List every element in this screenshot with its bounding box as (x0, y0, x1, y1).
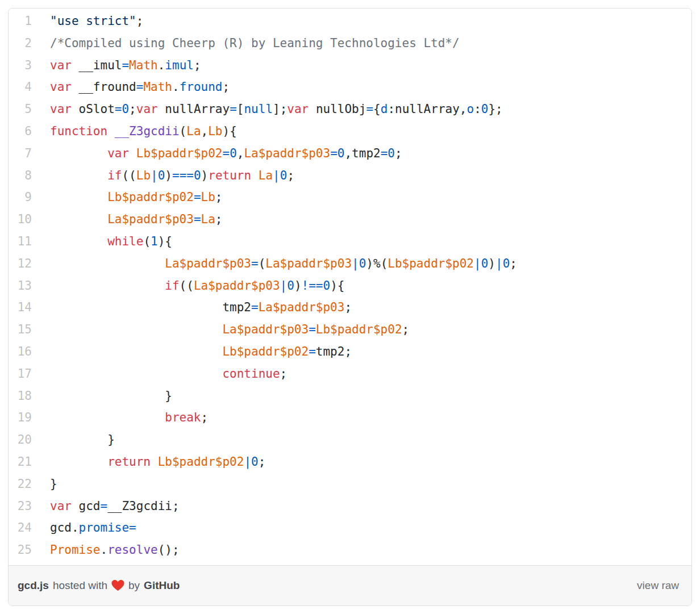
code-text: La$paddr$p03=La; (50, 208, 222, 231)
code-token: ){ (158, 235, 172, 248)
code-token: = (251, 300, 259, 314)
line-number: 23 (9, 495, 32, 517)
code-token: (( (180, 279, 194, 293)
code-token: La$paddr$p03 (194, 279, 280, 293)
code-token: !== (302, 279, 323, 293)
code-token: promise (79, 521, 130, 534)
code-text: gcd.promise= (50, 517, 136, 539)
code-token: = (381, 147, 388, 160)
code-token: 0 (338, 147, 345, 160)
code-token: = (222, 147, 230, 160)
code-text: var __imul=Math.imul; (50, 55, 201, 77)
code-token: = (309, 323, 316, 336)
line-number: 7 (9, 143, 32, 165)
code-token: __fround (72, 80, 136, 94)
code-token: 0 (323, 279, 331, 293)
line-number: 25 (9, 539, 32, 561)
code-text: tmp2=La$paddr$p03; (50, 296, 352, 319)
code-token: fround (180, 80, 223, 94)
code-token: resolve (107, 543, 158, 557)
code-token: ; (259, 455, 266, 469)
code-token: var (50, 59, 72, 72)
code-token: oSlot (72, 102, 115, 116)
code-token: . (172, 80, 180, 94)
code-line: 14 tmp2=La$paddr$p03; (9, 296, 691, 319)
code-token: nullObj (309, 102, 366, 116)
code-text: if((Lb|0)===0)return La|0; (50, 165, 294, 187)
code-token: ; (222, 80, 230, 94)
code-token: | (244, 455, 251, 469)
code-token: = (122, 59, 129, 72)
code-token: 0 (359, 257, 366, 270)
line-number: 19 (9, 407, 32, 429)
code-token: = (251, 257, 259, 270)
code-token: ) (201, 169, 209, 182)
code-token: | (280, 279, 288, 293)
code-line: 1"use strict"; (9, 10, 691, 32)
code-line: 13 if((La$paddr$p03|0)!==0){ (9, 275, 691, 297)
code-text: /*Compiled using Cheerp (R) by Leaning T… (50, 32, 460, 55)
line-number: 10 (9, 208, 32, 231)
code-token: = (136, 80, 144, 94)
code-token: ){ (223, 124, 237, 138)
code-line: 25Promise.resolve(); (9, 539, 691, 561)
code-line: 19 break; (9, 407, 691, 429)
line-number: 14 (9, 296, 32, 319)
code-token: (( (122, 169, 136, 182)
code-token: = (194, 190, 201, 204)
line-number: 24 (9, 517, 32, 539)
code-token: function (50, 124, 107, 138)
code-token: ; (402, 323, 410, 336)
code-token: La$paddr$p03 (265, 257, 352, 270)
code-token: Lb$paddr$p02 (222, 345, 309, 358)
code-line: 10 La$paddr$p03=La; (9, 208, 691, 231)
view-raw-link[interactable]: view raw (637, 579, 679, 592)
code-token: ) (294, 279, 302, 293)
code-text: function __Z3gcdii(La,Lb){ (50, 120, 237, 143)
code-line: 22} (9, 473, 691, 495)
code-token: 0 (481, 102, 489, 116)
code-token: : (474, 102, 481, 116)
code-token: 0 (503, 257, 510, 270)
code-token: , (201, 124, 209, 138)
line-number: 8 (9, 165, 32, 187)
code-token: | (352, 257, 359, 270)
line-number: 16 (9, 341, 32, 363)
code-token: } (165, 389, 172, 403)
code-line: 9 Lb$paddr$p02=Lb; (9, 186, 691, 208)
line-number: 15 (9, 319, 32, 341)
gist-footer: gcd.js hosted with by GitHub view raw (9, 565, 691, 605)
code-text: Lb$paddr$p02=tmp2; (50, 341, 352, 363)
code-token: if (165, 279, 179, 293)
code-line: 3var __imul=Math.imul; (9, 55, 691, 77)
code-token: = (101, 499, 108, 513)
code-token (151, 455, 158, 469)
line-number: 9 (9, 186, 32, 208)
gist-embed: 1"use strict";2/*Compiled using Cheerp (… (8, 8, 692, 606)
code-token: Lb (201, 190, 215, 204)
code-token: ( (180, 124, 187, 138)
gist-filename-link[interactable]: gcd.js (18, 579, 49, 592)
code-token: continue (222, 367, 280, 381)
code-token: = (230, 102, 237, 116)
code-line: 2/*Compiled using Cheerp (R) by Leaning … (9, 32, 691, 55)
code-token: ; (510, 257, 517, 270)
code-text: "use strict"; (50, 10, 143, 32)
code-token: gcd. (50, 521, 79, 534)
code-token: Lb$paddr$p02 (316, 323, 402, 336)
code-token: ; (215, 190, 223, 204)
code-token: var (50, 499, 72, 513)
code-token: Lb (136, 169, 151, 182)
code-token: ; (344, 300, 352, 314)
github-link[interactable]: GitHub (144, 579, 180, 592)
code-token: ){ (330, 279, 344, 293)
code-line: 12 La$paddr$p03=(La$paddr$p03|0)%(Lb$pad… (9, 253, 691, 275)
code-token: = (194, 212, 201, 226)
line-number: 2 (9, 32, 32, 55)
code-token: | (273, 169, 280, 182)
hosted-with-text: hosted with (53, 579, 107, 592)
code-token: 0 (122, 102, 129, 116)
code-line: 5var oSlot=0;var nullArray=[null];var nu… (9, 98, 691, 120)
code-token: return (107, 455, 151, 469)
code-token: __Z3gcdii; (107, 499, 179, 513)
